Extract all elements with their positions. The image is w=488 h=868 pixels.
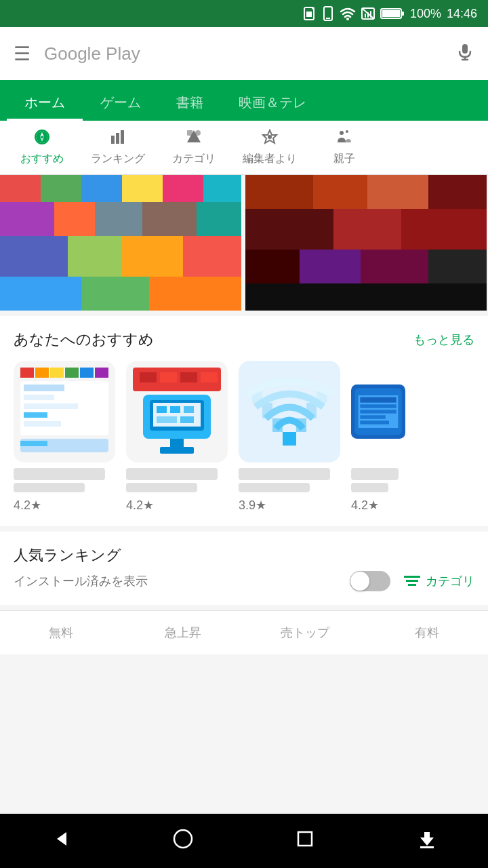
ranking-icon <box>110 129 126 149</box>
battery-icon <box>380 7 405 20</box>
banner-2[interactable] <box>245 175 488 311</box>
app-icon-1 <box>14 361 115 462</box>
phone-icon <box>321 6 336 21</box>
search-title[interactable]: Google Play <box>44 43 442 64</box>
more-link[interactable]: もっと見る <box>413 332 474 348</box>
banner-img-2 <box>245 175 487 311</box>
ranking-title: 人気ランキング <box>14 545 474 566</box>
mic-icon[interactable] <box>455 42 474 66</box>
svg-rect-109 <box>406 580 418 582</box>
svg-marker-114 <box>420 832 434 846</box>
svg-rect-62 <box>20 368 34 378</box>
app-icon-3 <box>239 361 340 462</box>
category-label: カテゴリ <box>426 573 474 589</box>
svg-rect-92 <box>239 361 340 462</box>
sub-tabs: おすすめ ランキング カテゴリ 編集者より <box>0 121 488 175</box>
filter-icon <box>404 574 420 588</box>
home-button[interactable] <box>172 828 194 854</box>
svg-rect-19 <box>121 130 124 144</box>
svg-rect-105 <box>360 410 396 413</box>
app-icon-4 <box>351 361 405 462</box>
svg-rect-10 <box>462 44 468 54</box>
svg-rect-81 <box>201 372 218 382</box>
bottom-tabs-row: 無料 急上昇 売トップ 有料 <box>0 610 488 654</box>
family-icon <box>336 129 352 149</box>
svg-rect-88 <box>157 416 177 423</box>
svg-rect-110 <box>408 584 416 586</box>
svg-rect-79 <box>160 372 177 382</box>
svg-rect-86 <box>170 406 180 413</box>
nav-bar <box>0 814 488 868</box>
svg-rect-8 <box>382 10 400 17</box>
subtab-recommended[interactable]: おすすめ <box>7 123 77 172</box>
extra-button[interactable] <box>416 828 438 854</box>
svg-rect-80 <box>180 372 197 382</box>
recent-button[interactable] <box>294 828 316 854</box>
svg-rect-107 <box>360 420 389 424</box>
recommended-section: あなたへのおすすめ もっと見る <box>0 316 488 526</box>
subtab-ranking-label: ランキング <box>91 152 145 166</box>
svg-rect-46 <box>0 175 241 311</box>
svg-rect-89 <box>180 416 194 423</box>
sim-icon <box>302 6 317 21</box>
tab-home[interactable]: ホーム <box>7 94 83 121</box>
tab-movies[interactable]: 映画＆テレ <box>221 94 324 121</box>
app-name-sub-3 <box>239 483 310 492</box>
svg-rect-93 <box>283 432 296 446</box>
app-item-2[interactable]: 4.2★ <box>126 361 228 513</box>
banner-1[interactable] <box>0 175 243 311</box>
svg-rect-73 <box>24 421 61 427</box>
svg-rect-70 <box>24 395 54 400</box>
back-button[interactable] <box>50 828 72 854</box>
banner-img-1 <box>0 175 241 311</box>
svg-rect-65 <box>65 368 79 378</box>
svg-point-25 <box>340 131 344 135</box>
tab-free[interactable]: 無料 <box>0 619 122 646</box>
subtab-family[interactable]: 親子 <box>310 123 378 172</box>
app-item-3[interactable]: 3.9★ <box>239 361 340 513</box>
svg-rect-85 <box>157 406 167 413</box>
toggle-knob <box>350 572 369 591</box>
app-name-4 <box>351 468 399 480</box>
compass-icon <box>34 129 50 149</box>
svg-point-22 <box>195 130 201 136</box>
data-icon <box>360 6 376 21</box>
section-header: あなたへのおすすめ もっと見る <box>14 330 474 350</box>
menu-icon[interactable]: ☰ <box>14 43 30 65</box>
category-filter[interactable]: カテゴリ <box>404 573 474 589</box>
installed-toggle[interactable] <box>350 571 390 591</box>
app-name-2 <box>126 468 218 480</box>
tab-books[interactable]: 書籍 <box>159 94 221 121</box>
tab-trending[interactable]: 急上昇 <box>122 619 244 646</box>
app-rating-2: 4.2★ <box>126 498 228 513</box>
app-rating-1: 4.2★ <box>14 498 115 513</box>
svg-rect-75 <box>20 441 47 446</box>
app-rating-4: 4.2★ <box>351 498 405 513</box>
svg-rect-69 <box>24 384 64 391</box>
app-name-sub-2 <box>126 483 197 492</box>
app-item-1[interactable]: 4.2★ <box>14 361 115 513</box>
subtab-editors[interactable]: 編集者より <box>229 123 310 172</box>
subtab-ranking[interactable]: ランキング <box>77 123 159 172</box>
app-item-4[interactable]: 4.2★ <box>351 361 405 513</box>
svg-rect-60 <box>245 175 487 311</box>
tab-paid[interactable]: 有料 <box>366 619 488 646</box>
battery-percent: 100% <box>410 7 441 21</box>
toggle-row: インストール済みを表示 カテゴリ <box>14 571 474 591</box>
tab-top[interactable]: 売トップ <box>244 619 366 646</box>
svg-rect-67 <box>95 368 108 378</box>
svg-rect-72 <box>24 412 47 418</box>
svg-rect-18 <box>116 133 119 144</box>
subtab-category[interactable]: カテゴリ <box>159 123 229 172</box>
app-name-sub-1 <box>14 483 85 492</box>
app-icon-2 <box>126 361 228 462</box>
subtab-editors-label: 編集者より <box>243 152 297 166</box>
svg-point-26 <box>346 130 348 133</box>
tab-games[interactable]: ゲーム <box>83 94 159 121</box>
svg-rect-103 <box>360 397 396 403</box>
svg-rect-21 <box>187 130 192 136</box>
ranking-section: 人気ランキング インストール済みを表示 カテゴリ <box>0 532 488 605</box>
svg-rect-66 <box>80 368 94 378</box>
app-name-sub-4 <box>351 483 388 492</box>
svg-rect-3 <box>326 18 330 19</box>
